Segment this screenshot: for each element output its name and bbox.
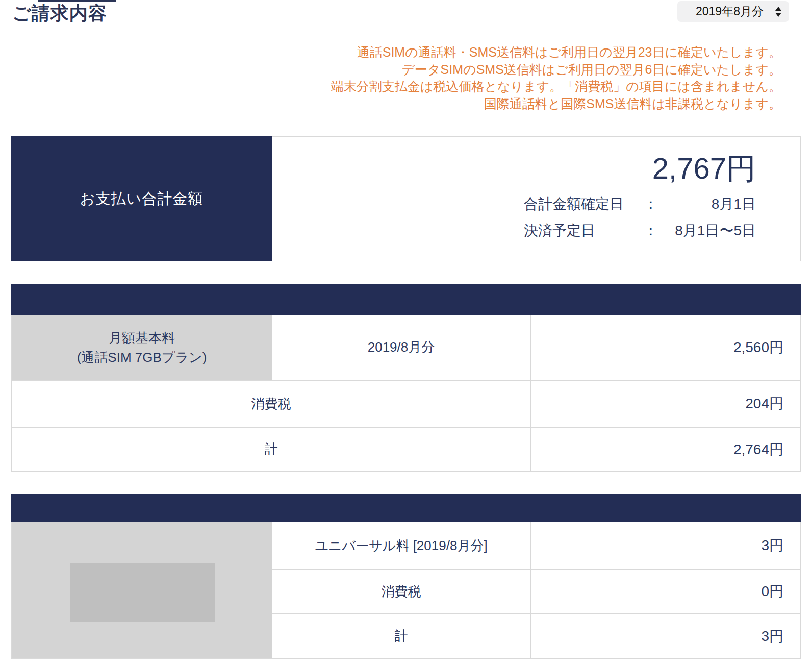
total-fixed-date-value: 8月1日 (655, 194, 756, 214)
item-name-cell: 月額基本料 (通話SIM 7GBプラン) (12, 315, 272, 380)
subtotal-label-cell: 計 (12, 427, 530, 471)
colon: ： (644, 194, 655, 214)
arrow-down-icon (775, 13, 781, 17)
subtotal-amount-cell: 3円 (530, 613, 800, 658)
colon: ： (644, 221, 655, 240)
notice-line: 端末分割支払金は税込価格となります。「消費税」の項目には含まれません。 (331, 78, 781, 95)
tax-label-cell: 消費税 (272, 569, 530, 613)
summary-detail-rows: 合計金額確定日 ： 8月1日 決済予定日 ： 8月1日〜5日 (524, 191, 756, 244)
payment-scheduled-date-label: 決済予定日 (524, 221, 644, 240)
summary-label-cell: お支払い合計金額 (11, 136, 272, 261)
tax-amount-cell: 0円 (530, 569, 800, 613)
notice-line: 通話SIMの通話料・SMS送信料はご利用日の翌月23日に確定いたします。 (331, 44, 781, 61)
total-fixed-date-label: 合計金額確定日 (524, 194, 644, 214)
subtotal-amount-cell: 2,764円 (530, 427, 800, 471)
summary-value-cell: 2,767円 合計金額確定日 ： 8月1日 決済予定日 ： 8月1日〜5日 (272, 136, 801, 261)
billing-table-monthly: 月額基本料 (通話SIM 7GBプラン) 2019/8月分 2,560円 消費税… (11, 284, 801, 472)
account-cell (12, 522, 272, 658)
page-title: ご請求内容 (12, 0, 107, 27)
payment-scheduled-date-row: 決済予定日 ： 8月1日〜5日 (524, 217, 756, 244)
table-grid: ユニバーサル料 [2019/8月分] 3円 消費税 0円 計 3円 (11, 522, 801, 659)
summary-label: お支払い合計金額 (80, 189, 203, 209)
table-grid: 月額基本料 (通話SIM 7GBプラン) 2019/8月分 2,560円 消費税… (11, 315, 801, 472)
billing-page: ご請求内容 2019年8月分 通話SIMの通話料・SMS送信料はご利用日の翌月2… (0, 0, 812, 666)
billing-notices: 通話SIMの通話料・SMS送信料はご利用日の翌月23日に確定いたします。 データ… (331, 44, 781, 112)
universal-fee-amount-cell: 3円 (530, 522, 800, 569)
billing-period-value: 2019年8月分 (696, 4, 764, 19)
redacted-account-box (70, 563, 215, 622)
subtotal-label-cell: 計 (272, 613, 530, 658)
select-arrows-icon (775, 7, 781, 17)
arrow-up-icon (775, 7, 781, 11)
payment-summary: お支払い合計金額 2,767円 合計金額確定日 ： 8月1日 決済予定日 ： 8… (11, 136, 801, 261)
billing-period-select[interactable]: 2019年8月分 (677, 1, 789, 22)
universal-fee-label-cell: ユニバーサル料 [2019/8月分] (272, 522, 530, 569)
notice-line: 国際通話料と国際SMS送信料は非課税となります。 (331, 95, 781, 113)
notice-line: データSIMのSMS送信料はご利用日の翌月6日に確定いたします。 (331, 61, 781, 79)
item-name-line1: 月額基本料 (109, 328, 175, 348)
table-header-bar (11, 284, 801, 315)
total-amount: 2,767円 (652, 151, 756, 186)
tax-label-cell: 消費税 (12, 380, 530, 427)
tax-amount-cell: 204円 (530, 380, 800, 427)
item-period-cell: 2019/8月分 (272, 315, 530, 380)
billing-table-universal: ユニバーサル料 [2019/8月分] 3円 消費税 0円 計 3円 (11, 494, 801, 659)
total-fixed-date-row: 合計金額確定日 ： 8月1日 (524, 191, 756, 217)
item-amount-cell: 2,560円 (530, 315, 800, 380)
table-header-bar (11, 494, 801, 522)
item-name-line2: (通話SIM 7GBプラン) (77, 348, 207, 367)
payment-scheduled-date-value: 8月1日〜5日 (655, 221, 756, 240)
